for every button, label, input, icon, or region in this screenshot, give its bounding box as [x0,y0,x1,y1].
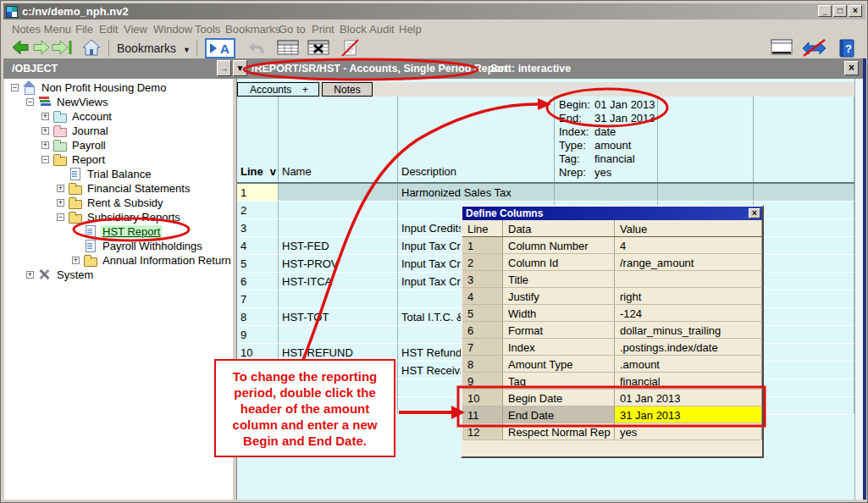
nav-forward-button[interactable]: → [217,60,231,76]
tree-item-report[interactable]: −Report [4,152,233,167]
expand-icon[interactable]: + [26,271,34,279]
title-bar[interactable]: c:/nv/demo_nph.nv2 _ □ × [3,3,865,19]
menu-item-notes-menu[interactable]: Notes Menu [12,23,71,36]
menu-item-go-to[interactable]: Go to [279,23,306,36]
line-cell[interactable]: 8 [237,308,279,325]
dialog-row[interactable]: 9Tagfinancial [462,373,762,390]
bookmarks-button[interactable]: Bookmarks▼ [117,41,191,55]
minimize-button[interactable]: _ [818,5,832,17]
tree-item-payroll-withholdings[interactable]: +Payroll Withholdings [4,239,233,253]
column-header-6[interactable] [754,97,854,182]
name-cell[interactable] [279,326,398,343]
maximize-button[interactable]: □ [833,5,847,17]
tree-item-journal[interactable]: +Journal [4,124,233,138]
menu-item-block[interactable]: Block [340,23,367,36]
tree-item-rent-subsidy[interactable]: +Rent & Subsidy [4,196,233,210]
collapse-icon[interactable]: − [26,98,34,106]
dialog-row[interactable]: 4Justifyright [462,288,762,305]
table-delete-icon[interactable] [307,38,330,60]
tree-item-financial-statements[interactable]: +Financial Statements [4,181,233,196]
menu-item-window[interactable]: Window [153,23,192,36]
menu-item-print[interactable]: Print [312,23,334,36]
forward-icon[interactable] [31,38,52,60]
dialog-row-begin-date[interactable]: 10Begin Date01 Jan 2013 [462,390,762,406]
name-cell[interactable]: HST-REFUND [279,344,398,361]
tree-item-hst-report[interactable]: +HST Report [4,224,233,239]
tab-notes[interactable]: Notes [322,82,373,97]
tree-item-subsidiary-reports[interactable]: −Subsidiary Reports [4,210,233,224]
expand-icon[interactable]: + [72,257,80,264]
dialog-row[interactable]: 1Column Number4 [462,237,762,254]
collapse-icon[interactable]: − [41,156,49,163]
name-cell[interactable] [279,184,398,201]
breadcrumb[interactable]: /REPORT/SR/HST - Accounts, Single Period… [252,63,508,75]
dialog-row[interactable]: 3Title [462,271,762,288]
tree-item-system[interactable]: +System [4,268,233,282]
tree-item-account[interactable]: +Account [4,109,233,124]
line-cell[interactable]: 3 [237,219,279,236]
name-cell[interactable]: HST-PROV [279,255,398,272]
menu-item-bookmarks[interactable]: Bookmarks [225,23,280,36]
line-cell[interactable]: 4 [237,237,279,254]
name-cell[interactable]: HST-ITCA [279,273,398,290]
back-icon[interactable] [10,38,30,60]
name-cell[interactable]: HST-TOT [279,308,398,325]
description-cell[interactable]: Harmonized Sales Tax [398,184,555,201]
menu-item-view[interactable]: View [124,23,147,36]
menu-item-tools[interactable]: Tools [195,23,220,36]
undo-icon[interactable] [247,38,269,60]
name-cell[interactable] [279,219,398,236]
dialog-row[interactable]: 6Formatdollar_minus_trailing [462,322,762,339]
column-header-line[interactable]: Linev [237,97,279,182]
dialog-row[interactable]: 2Column Id/range_amount [462,254,762,271]
column-header-name[interactable]: Name [279,97,398,182]
tree-item-trial-balance[interactable]: +Trial Balance [4,167,233,181]
expand-icon[interactable]: + [57,185,64,192]
line-cell[interactable]: 7 [237,290,279,307]
dialog-row[interactable]: 7Index.postings.index/date [462,339,762,356]
line-cell[interactable]: 6 [237,273,279,290]
name-cell[interactable] [279,290,398,307]
name-cell[interactable]: HST-FED [279,237,398,254]
expand-icon[interactable]: + [41,141,49,149]
close-panel-button[interactable]: × [844,61,859,75]
line-cell[interactable]: 5 [237,255,279,272]
dialog-row[interactable]: 5Width-124 [462,305,762,322]
menu-item-help[interactable]: Help [399,23,422,36]
column-header-5[interactable] [658,97,754,182]
add-tab-icon[interactable]: + [302,84,308,96]
menu-item-audit[interactable]: Audit [369,23,395,36]
column-header-description[interactable]: Description [398,97,555,182]
window-pane-icon[interactable] [770,38,793,60]
collapse-icon[interactable]: − [57,213,64,221]
tree-item-non-profit-housing-demo[interactable]: −Non Profit Housing Demo [4,80,233,95]
menu-item-file[interactable]: File [75,23,93,36]
home-icon[interactable] [81,38,102,60]
expand-icon[interactable]: + [57,199,64,207]
table-row[interactable]: 1Harmonized Sales Tax [237,184,854,202]
line-cell[interactable]: 2 [237,202,279,218]
menu-item-edit[interactable]: Edit [99,23,118,36]
table-icon[interactable] [276,38,300,60]
line-cell[interactable]: 9 [237,326,279,343]
forward-end-icon[interactable] [52,38,74,60]
dialog-row[interactable]: 8Amount Type.amount [462,356,762,373]
dialog-title-bar[interactable]: Define Columns × [462,207,762,220]
expand-icon[interactable]: + [41,113,49,120]
expand-icon[interactable]: + [41,127,49,135]
line-cell[interactable]: 1 [237,184,279,201]
line-cell[interactable]: 10 [237,344,279,361]
vertical-scrollbar[interactable] [854,79,863,500]
tree-item-payroll[interactable]: +Payroll [4,138,233,152]
collapse-icon[interactable]: − [11,84,19,91]
dialog-row[interactable]: 12Respect Normal Repyes [462,423,762,440]
tree-item-newviews[interactable]: −NewViews [4,95,233,109]
tab-accounts[interactable]: Accounts+ [237,82,319,97]
tree-item-annual-information-return[interactable]: +Annual Information Return [4,253,233,268]
close-button[interactable]: × [849,5,862,17]
column-header-amount[interactable]: Begin:01 Jan 2013 End:31 Jan 2013 Index:… [555,97,658,182]
name-cell[interactable] [279,202,398,218]
end-date-value-highlighted[interactable]: 31 Jan 2013 [615,406,762,423]
dialog-close-button[interactable]: × [749,208,760,218]
dialog-row-end-date[interactable]: 11End Date31 Jan 2013 [462,406,762,423]
